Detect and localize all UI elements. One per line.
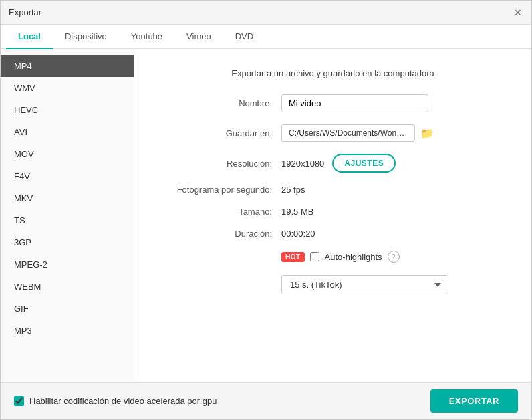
sidebar-item-mpeg2[interactable]: MPEG-2: [1, 253, 134, 276]
tab-dvd[interactable]: DVD: [223, 25, 265, 49]
title-bar: Exportar ✕: [1, 1, 531, 25]
resolution-container: 1920x1080 AJUSTES: [281, 154, 396, 173]
tab-local[interactable]: Local: [6, 25, 53, 49]
close-icon: ✕: [514, 7, 522, 18]
path-input[interactable]: [281, 124, 415, 142]
guardar-label: Guardar en:: [161, 128, 281, 138]
folder-icon: 📁: [420, 128, 434, 139]
sidebar-item-wmv[interactable]: WMV: [1, 77, 134, 99]
dropdown-container: 15 s. (TikTok) 30 s. 60 s. Custom: [281, 275, 448, 294]
duracion-row: Duración: 00:00:20: [161, 229, 505, 239]
tab-dispositivo[interactable]: Dispositivo: [53, 25, 119, 49]
export-description: Exportar a un archivo y guardarlo en la …: [161, 68, 505, 78]
auto-highlights-container: HOT Auto-highlights ?: [281, 251, 400, 263]
resolucion-label: Resolución:: [161, 159, 281, 169]
fotograma-row: Fotograma por segundo: 25 fps: [161, 185, 505, 195]
folder-button[interactable]: 📁: [419, 126, 435, 141]
sidebar-item-avi[interactable]: AVI: [1, 121, 134, 143]
content-area: MP4 WMV HEVC AVI MOV F4V MKV TS: [1, 49, 531, 382]
window-title: Exportar: [9, 7, 41, 17]
tab-vimeo[interactable]: Vimeo: [174, 25, 223, 49]
path-container: 📁: [281, 124, 435, 142]
resolucion-value: 1920x1080: [281, 159, 324, 169]
nombre-input[interactable]: [281, 94, 428, 112]
auto-highlights-row: HOT Auto-highlights ?: [161, 251, 505, 263]
sidebar-item-mkv[interactable]: MKV: [1, 187, 134, 209]
gpu-checkbox[interactable]: [14, 396, 24, 406]
guardar-row: Guardar en: 📁: [161, 124, 505, 142]
sidebar-item-webm[interactable]: WEBM: [1, 276, 134, 298]
duracion-value: 00:00:20: [281, 229, 315, 239]
duration-dropdown[interactable]: 15 s. (TikTok) 30 s. 60 s. Custom: [281, 275, 448, 294]
export-button[interactable]: EXPORTAR: [430, 389, 518, 413]
sidebar-item-hevc[interactable]: HEVC: [1, 99, 134, 121]
auto-highlights-text: Auto-highlights: [325, 252, 382, 262]
tamano-row: Tamaño: 19.5 MB: [161, 207, 505, 217]
footer: Habilitar codificación de video acelerad…: [1, 382, 531, 419]
main-panel: Exportar a un archivo y guardarlo en la …: [134, 49, 531, 382]
resolucion-row: Resolución: 1920x1080 AJUSTES: [161, 154, 505, 173]
ajustes-button[interactable]: AJUSTES: [332, 154, 396, 173]
tab-youtube[interactable]: Youtube: [119, 25, 174, 49]
gpu-checkbox-container: Habilitar codificación de video acelerad…: [14, 396, 217, 406]
nombre-label: Nombre:: [161, 98, 281, 108]
help-icon[interactable]: ?: [388, 251, 400, 263]
app-window: Exportar ✕ Local Dispositivo Youtube Vim…: [0, 0, 532, 420]
sidebar-item-gif[interactable]: GIF: [1, 298, 134, 320]
fotograma-label: Fotograma por segundo:: [161, 185, 281, 195]
gpu-label: Habilitar codificación de video acelerad…: [29, 396, 217, 406]
duracion-label: Duración:: [161, 229, 281, 239]
sidebar-item-mp4[interactable]: MP4: [1, 55, 134, 77]
tab-bar: Local Dispositivo Youtube Vimeo DVD: [1, 25, 531, 49]
sidebar-item-mp3[interactable]: MP3: [1, 320, 134, 342]
auto-highlights-checkbox[interactable]: [310, 252, 319, 261]
fotograma-value: 25 fps: [281, 185, 305, 195]
tamano-label: Tamaño:: [161, 207, 281, 217]
format-sidebar: MP4 WMV HEVC AVI MOV F4V MKV TS: [1, 49, 134, 382]
sidebar-item-mov[interactable]: MOV: [1, 143, 134, 165]
close-button[interactable]: ✕: [513, 7, 523, 18]
sidebar-item-f4v[interactable]: F4V: [1, 165, 134, 187]
dropdown-row: 15 s. (TikTok) 30 s. 60 s. Custom: [161, 275, 505, 294]
tamano-value: 19.5 MB: [281, 207, 313, 217]
hot-badge: HOT: [281, 252, 305, 262]
sidebar-item-ts[interactable]: TS: [1, 209, 134, 231]
sidebar-item-3gp[interactable]: 3GP: [1, 231, 134, 253]
nombre-row: Nombre:: [161, 94, 505, 112]
